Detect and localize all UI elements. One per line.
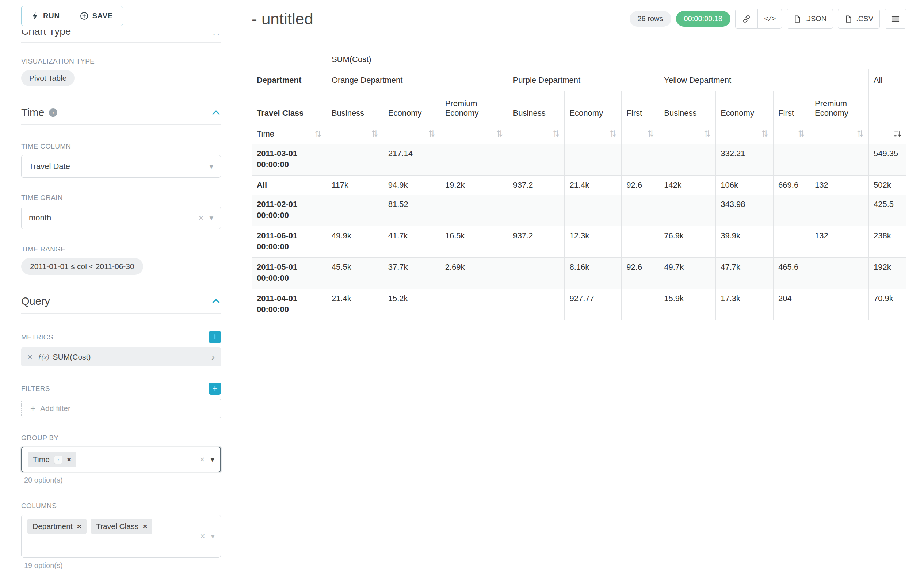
value-cell: 425.5: [868, 195, 906, 226]
download-csv-button[interactable]: .CSV: [838, 9, 880, 29]
columns-control: COLUMNS Department × Travel Class × × ▾ …: [21, 502, 221, 570]
clear-all-icon[interactable]: ×: [200, 531, 205, 541]
time-section-header[interactable]: Time i: [21, 107, 221, 125]
add-filter-label: Add filter: [40, 404, 71, 413]
time-column-label: TIME COLUMN: [21, 142, 221, 150]
value-cell: 92.6: [622, 258, 659, 289]
value-cell: 192k: [868, 258, 906, 289]
sort-icon[interactable]: ⇅: [371, 129, 378, 138]
value-cell: 81.52: [383, 195, 440, 226]
value-cell: 927.77: [564, 289, 622, 321]
sort-icon[interactable]: ⇅: [704, 129, 711, 138]
add-filter-button[interactable]: + Add filter: [21, 399, 221, 418]
column-header: Economy: [383, 91, 440, 124]
sort-icon[interactable]: ⇅: [798, 129, 805, 138]
sort-icon[interactable]: ⇅: [647, 129, 654, 138]
value-cell: [508, 258, 564, 289]
column-header: Business: [659, 91, 716, 124]
time-section-title: Time: [21, 107, 44, 118]
save-button[interactable]: SAVE: [70, 6, 123, 26]
tag-label: Time: [33, 455, 50, 464]
sort-icon[interactable]: ⇅: [610, 129, 617, 138]
sort-desc-icon[interactable]: [894, 129, 901, 138]
tag-label: Department: [33, 522, 73, 531]
column-group-header: Purple Department: [508, 69, 659, 91]
row-count-badge: 26 rows: [630, 11, 671, 26]
plus-icon: +: [30, 403, 35, 413]
value-cell: 502k: [868, 176, 906, 195]
sort-icon[interactable]: ⇅: [315, 130, 322, 138]
actions-bar: RUN SAVE: [21, 6, 221, 26]
remove-tag-icon[interactable]: ×: [67, 455, 71, 464]
download-json-button[interactable]: .JSON: [787, 9, 833, 29]
value-cell: [564, 195, 622, 226]
row-dimension-cell: Time⇅: [252, 124, 327, 144]
column-header: First: [774, 91, 810, 124]
copy-link-button[interactable]: [735, 9, 758, 29]
pivot-table: SUM(Cost)DepartmentOrange DepartmentPurp…: [252, 49, 906, 321]
query-section-header[interactable]: Query: [21, 295, 221, 314]
value-cell: 49.9k: [327, 226, 383, 258]
sort-column-cell: ⇅: [383, 124, 440, 144]
file-icon: [793, 15, 801, 23]
sort-icon[interactable]: ⇅: [857, 129, 864, 138]
value-cell: [810, 258, 869, 289]
value-cell: [810, 144, 869, 176]
time-range-value[interactable]: 2011-01-01 ≤ col < 2011-06-30: [21, 258, 143, 275]
sort-icon[interactable]: ⇅: [761, 129, 769, 138]
value-cell: 2.69k: [440, 258, 508, 289]
caret-down-icon[interactable]: ▾: [211, 532, 215, 541]
remove-tag-icon[interactable]: ×: [77, 522, 81, 531]
value-cell: [622, 144, 659, 176]
group-by-tag-time[interactable]: Time i ×: [28, 452, 76, 467]
hamburger-icon: [891, 15, 900, 23]
clear-all-icon[interactable]: ×: [200, 454, 205, 465]
row-header: 2011-05-01 00:00:00: [252, 258, 327, 289]
value-cell: [508, 144, 564, 176]
info-icon: i: [54, 456, 63, 464]
chevron-right-icon[interactable]: ›: [211, 353, 215, 360]
add-filter-plus-button[interactable]: +: [209, 383, 221, 395]
metric-name: SUM(Cost): [53, 353, 211, 361]
value-cell: 92.6: [622, 176, 659, 195]
caret-down-icon: ▾: [209, 162, 213, 171]
col-dimension-travel-class-label: Travel Class: [252, 91, 327, 124]
filters-control: FILTERS + + Add filter: [21, 383, 221, 418]
table-row: 2011-02-01 00:00:0081.52343.98425.5: [252, 195, 906, 226]
metric-chip[interactable]: × ƒ(x) SUM(Cost) ›: [21, 347, 221, 367]
columns-tag-travel-class[interactable]: Travel Class ×: [91, 519, 152, 534]
column-header-empty: [868, 91, 906, 124]
sort-icon[interactable]: ⇅: [553, 129, 559, 138]
value-cell: 17.3k: [716, 289, 774, 321]
columns-tag-department[interactable]: Department ×: [27, 519, 87, 534]
chart-title[interactable]: - untitled: [252, 10, 630, 28]
info-icon: i: [49, 109, 57, 117]
results-header: - untitled 26 rows 00:00:00.18 </> .JSON: [252, 9, 906, 29]
value-cell: 937.2: [508, 176, 564, 195]
add-metric-button[interactable]: +: [209, 331, 221, 343]
chevron-up-icon[interactable]: [212, 299, 220, 307]
view-query-button[interactable]: </>: [757, 9, 782, 29]
value-cell: [327, 144, 383, 176]
remove-tag-icon[interactable]: ×: [143, 522, 147, 531]
remove-metric-icon[interactable]: ×: [27, 352, 33, 362]
group-by-select[interactable]: Time i × × ▾: [21, 447, 221, 472]
time-grain-label: TIME GRAIN: [21, 194, 221, 202]
visualization-type-value[interactable]: Pivot Table: [21, 70, 74, 86]
column-group-header: All: [868, 69, 906, 91]
time-range-control: TIME RANGE 2011-01-01 ≤ col < 2011-06-30: [21, 245, 221, 275]
chevron-up-icon[interactable]: [212, 110, 220, 118]
metrics-label: METRICS: [21, 333, 53, 341]
clear-icon[interactable]: ×: [198, 213, 203, 223]
caret-down-icon[interactable]: ▾: [210, 455, 214, 464]
fx-icon: ƒ(x): [38, 353, 49, 361]
value-cell: [774, 226, 810, 258]
explore-page: RUN SAVE Chart Type ·· VISUALIZATION TYP…: [0, 0, 924, 584]
sort-icon[interactable]: ⇅: [428, 129, 435, 138]
menu-button[interactable]: [884, 9, 906, 29]
time-column-select[interactable]: Travel Date ▾: [21, 155, 221, 178]
columns-select[interactable]: Department × Travel Class × × ▾: [21, 515, 221, 558]
time-grain-select[interactable]: month × ▾: [21, 207, 221, 229]
run-button[interactable]: RUN: [21, 6, 70, 26]
sort-icon[interactable]: ⇅: [496, 129, 503, 138]
